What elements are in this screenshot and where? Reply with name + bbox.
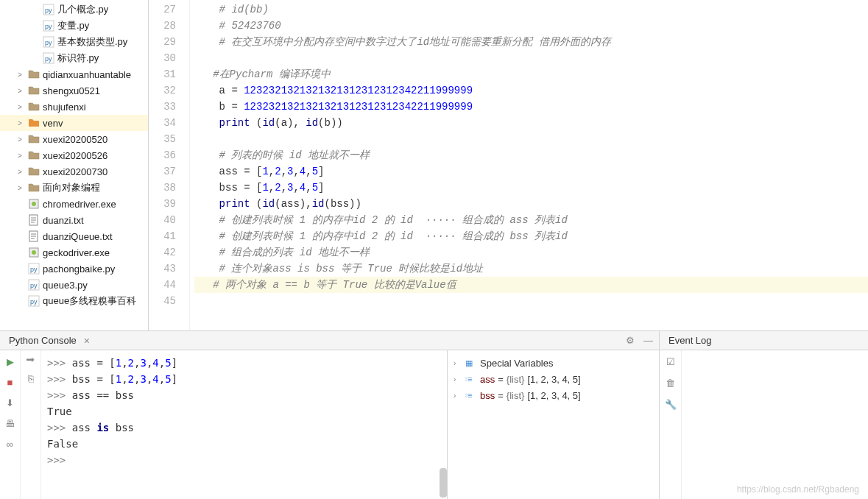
minimize-icon[interactable]: —	[643, 335, 653, 346]
chevron-right-icon[interactable]: >	[18, 103, 27, 111]
chevron-right-icon[interactable]: >	[18, 168, 27, 176]
code-editor[interactable]: 27282930313233343536373839404142434445 #…	[149, 0, 868, 330]
console-tab[interactable]: Python Console	[6, 335, 80, 346]
tree-item[interactable]: >xuexi20200730	[0, 163, 148, 180]
tree-label: venv	[43, 118, 63, 129]
watermark-text: https://blog.csdn.net/Rgbadeng	[737, 484, 859, 495]
svg-text:py: py	[45, 23, 52, 30]
eventlog-header: Event Log	[660, 331, 868, 350]
tree-item[interactable]: >xuexi20200526	[0, 147, 148, 163]
tree-item[interactable]: pyqueue3.py	[0, 277, 148, 293]
chevron-right-icon[interactable]: >	[18, 135, 27, 144]
folder-icon	[28, 166, 40, 177]
code-line[interactable]	[194, 50, 868, 66]
history-icon[interactable]: ⎘	[28, 373, 34, 384]
tree-item[interactable]: py变量.py	[0, 18, 148, 34]
tree-item[interactable]: py基本数据类型.py	[0, 34, 148, 50]
code-line[interactable]: # 组合成的列表 id 地址不一样	[194, 244, 868, 261]
folder-orange-icon	[28, 117, 40, 129]
tree-label: 标识符.py	[57, 52, 99, 65]
chevron-right-icon[interactable]: >	[18, 119, 27, 127]
svg-point-19	[32, 250, 36, 255]
gear-icon[interactable]: ⚙	[626, 335, 635, 346]
tree-label: xuexi20200730	[43, 166, 107, 177]
tree-item[interactable]: duanzi.txt	[0, 212, 148, 228]
tree-item[interactable]: >venv	[0, 115, 148, 131]
tree-label: queue3.py	[43, 280, 88, 291]
console-mid-toolbar: ⮕ ⎘	[21, 350, 41, 499]
tree-item[interactable]: >xuexi20200520	[0, 131, 148, 147]
check-icon[interactable]: ☑	[666, 356, 675, 367]
code-line[interactable]: # 创建列表时候 1 的内存中id 2 的 id ····· 组合成的 ass …	[194, 212, 868, 228]
var-row[interactable]: ›⦂≡bss = {list} [1, 2, 3, 4, 5]	[454, 387, 653, 403]
project-tree[interactable]: py几个概念.pypy变量.pypy基本数据类型.pypy标识符.py>qidi…	[0, 0, 149, 330]
print-icon[interactable]: 🖶	[4, 417, 17, 430]
svg-text:py: py	[45, 39, 52, 46]
code-line[interactable]	[194, 131, 868, 147]
console-line: False	[47, 436, 441, 452]
tree-item[interactable]: >shengxu0521	[0, 82, 148, 99]
eventlog-tab[interactable]: Event Log	[666, 335, 715, 346]
console-output[interactable]: >>> ass = [1,2,3,4,5]>>> bss = [1,2,3,4,…	[41, 350, 447, 499]
var-row[interactable]: ›⦂≡ass = {list} [1, 2, 3, 4, 5]	[454, 371, 653, 387]
eventlog-toolbar: ☑ 🗑 🔧	[660, 350, 682, 499]
tree-item[interactable]: >qidianxuanhuantable	[0, 66, 148, 82]
tree-label: geckodriver.exe	[43, 247, 110, 258]
tree-label: duanziQueue.txt	[43, 231, 113, 242]
folder-icon	[28, 133, 40, 145]
tree-item[interactable]: >shujufenxi	[0, 99, 148, 115]
debug-icon[interactable]: ⬇	[4, 396, 17, 409]
tree-item[interactable]: py标识符.py	[0, 50, 148, 66]
py-icon: py	[28, 279, 40, 291]
tree-item[interactable]: py几个概念.py	[0, 1, 148, 18]
chevron-right-icon[interactable]: >	[18, 152, 27, 160]
tree-item[interactable]: pypachongbaike.py	[0, 261, 148, 277]
code-line[interactable]: # 在交互环境中分配内存空间中数字过大了id地址可能需要重新分配 借用外面的内存	[194, 34, 868, 50]
code-line[interactable]: #在Pycharm 编译环境中	[194, 66, 868, 82]
code-line[interactable]: bss = [1,2,3,4,5]	[194, 180, 868, 196]
tree-item[interactable]: duanziQueue.txt	[0, 228, 148, 244]
tree-label: chromedriver.exe	[43, 199, 116, 210]
code-line[interactable]: # id(bb)	[194, 1, 868, 18]
chevron-right-icon[interactable]: >	[18, 184, 27, 192]
folder-icon	[28, 68, 40, 80]
link-icon[interactable]: ∞	[4, 437, 17, 450]
svg-text:py: py	[45, 55, 52, 63]
tree-label: shujufenxi	[43, 102, 86, 113]
console-left-toolbar: ▶ ■ ⬇ 🖶 ∞	[0, 350, 21, 499]
code-line[interactable]: ass = [1,2,3,4,5]	[194, 163, 868, 180]
svg-text:py: py	[30, 282, 38, 289]
code-line[interactable]	[194, 293, 868, 309]
code-line[interactable]: b = 123232132132132131231231234221199999…	[194, 99, 868, 115]
special-vars-row[interactable]: ›▦Special Variables	[454, 355, 653, 371]
code-line[interactable]: # 连个对象ass is bss 等于 True 时候比较是id地址	[194, 261, 868, 277]
variables-panel[interactable]: ›▦Special Variables›⦂≡ass = {list} [1, 2…	[447, 350, 659, 499]
exec-icon[interactable]: ⮕	[26, 355, 35, 366]
trash-icon[interactable]: 🗑	[666, 378, 675, 389]
code-line[interactable]: # 创建列表时候 1 的内存中id 2 的 id ····· 组合成的 bss …	[194, 228, 868, 244]
tree-label: xuexi20200526	[43, 150, 107, 161]
code-line[interactable]: a = 123232132132132131231231234221199999…	[194, 82, 868, 99]
folder-icon	[28, 182, 40, 194]
editor-code-area[interactable]: # id(bb) # 52423760 # 在交互环境中分配内存空间中数字过大了…	[190, 0, 868, 330]
code-line[interactable]: print (id(ass),id(bss))	[194, 196, 868, 212]
tree-item[interactable]: chromedriver.exe	[0, 196, 148, 212]
scrollbar-handle[interactable]	[440, 468, 447, 498]
code-line[interactable]: print (id(a), id(b))	[194, 115, 868, 131]
code-line[interactable]: # 两个对象 a == b 等于 True 比较的是Value值	[194, 277, 868, 293]
code-line[interactable]: # 列表的时候 id 地址就不一样	[194, 147, 868, 163]
tree-label: qidianxuanhuantable	[43, 69, 131, 80]
tree-item[interactable]: pyqueue多线程糗事百科	[0, 293, 148, 309]
wrench-icon[interactable]: 🔧	[665, 399, 677, 410]
code-line[interactable]: # 52423760	[194, 18, 868, 34]
chevron-right-icon[interactable]: >	[18, 87, 27, 95]
txt-icon	[28, 230, 40, 242]
close-icon[interactable]: ×	[84, 335, 90, 347]
stop-icon[interactable]: ■	[4, 375, 17, 389]
chevron-right-icon[interactable]: >	[18, 71, 27, 79]
rerun-icon[interactable]: ▶	[4, 355, 17, 368]
svg-text:py: py	[30, 266, 38, 273]
tree-item[interactable]: geckodriver.exe	[0, 244, 148, 261]
tree-item[interactable]: >面向对象编程	[0, 180, 148, 196]
exe-icon	[28, 198, 40, 210]
